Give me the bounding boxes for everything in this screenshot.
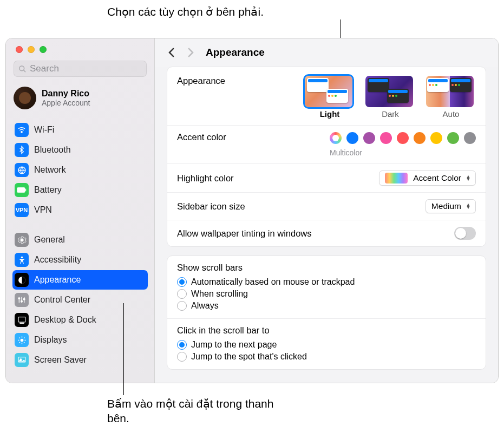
sidebar-item-desktop-dock[interactable]: Desktop & Dock [12, 310, 148, 330]
sidebar-item-label: Accessibility [34, 255, 81, 265]
wifi-icon [15, 123, 29, 137]
theme-label: Light [305, 109, 355, 119]
svg-line-25 [24, 337, 24, 338]
accent-graphite[interactable] [464, 132, 476, 144]
sidebar-item-control-center[interactable]: Control Center [12, 290, 148, 310]
accent-orange[interactable] [414, 132, 426, 144]
gear-icon [15, 233, 29, 247]
back-button[interactable] [166, 48, 178, 57]
svg-rect-15 [18, 317, 25, 322]
theme-light[interactable]: Light [305, 76, 355, 119]
access-icon [15, 253, 29, 267]
sidebar-item-battery[interactable]: Battery [12, 180, 148, 200]
radio-label: Jump to the next page [191, 340, 277, 350]
network-icon [15, 163, 29, 177]
sidebar-item-displays[interactable]: Displays [12, 330, 148, 350]
theme-label: Dark [365, 109, 415, 119]
tinting-toggle[interactable] [454, 227, 476, 240]
sidebar-item-label: Desktop & Dock [34, 315, 96, 325]
vpn-icon: VPN [15, 203, 29, 217]
account-row[interactable]: Danny Rico Apple Account [6, 82, 154, 117]
sidebar-item-general[interactable]: General [12, 230, 148, 250]
sidebar-item-network[interactable]: Network [12, 160, 148, 180]
annotation-line [123, 303, 124, 395]
close-button[interactable] [16, 46, 23, 53]
highlight-select[interactable]: Accent Color ▲▼ [379, 171, 476, 186]
search-input[interactable]: Search [14, 61, 147, 77]
svg-point-7 [21, 256, 23, 258]
avatar [14, 87, 36, 109]
scrollbars-option[interactable]: Automatically based on mouse or trackpad [177, 276, 476, 288]
svg-rect-16 [19, 322, 24, 323]
sidebar-list: Wi-FiBluetoothNetworkBatteryVPNVPNGenera… [6, 117, 154, 383]
accent-multicolor[interactable] [330, 132, 342, 144]
sidebar-item-label: General [34, 235, 65, 245]
appear-icon [15, 273, 29, 287]
window-controls [6, 38, 154, 58]
zoom-button[interactable] [40, 46, 47, 53]
displays-icon [15, 333, 29, 347]
search-icon [18, 65, 27, 73]
scrollbars-option[interactable]: When scrolling [177, 288, 476, 300]
annotation-bottom: Bấm vào một cài đặt trong thanh bên. [107, 396, 297, 426]
scrollbars-option[interactable]: Always [177, 300, 476, 312]
accent-pink[interactable] [380, 132, 392, 144]
screensv-icon [15, 353, 29, 367]
forward-button[interactable] [184, 48, 196, 57]
highlight-label: Highlight color [177, 173, 368, 184]
dock-icon [15, 313, 29, 327]
sidebar-item-label: VPN [34, 205, 52, 215]
radio-icon [177, 277, 187, 287]
appearance-options: LightDarkAuto [305, 76, 476, 119]
click-scroll-label: Click in the scroll bar to [177, 325, 476, 336]
accent-green[interactable] [447, 132, 459, 144]
accent-yellow[interactable] [430, 132, 442, 144]
sidebar-item-wi-fi[interactable]: Wi-Fi [12, 120, 148, 140]
sidebar-item-vpn[interactable]: VPNVPN [12, 200, 148, 220]
svg-point-12 [18, 298, 20, 299]
svg-line-24 [19, 342, 19, 343]
click-scroll-option[interactable]: Jump to the spot that's clicked [177, 351, 476, 363]
svg-point-6 [21, 239, 23, 241]
sidebar-item-label: Wi-Fi [34, 125, 54, 135]
account-sub: Apple Account [42, 99, 90, 107]
radio-icon [177, 289, 187, 299]
svg-line-22 [19, 337, 19, 338]
sidebar-item-label: Appearance [34, 275, 81, 285]
sidebar-item-screen-saver[interactable]: Screen Saver [12, 350, 148, 370]
sidebar-item-label: Network [34, 165, 66, 175]
sidebar-item-bluetooth[interactable]: Bluetooth [12, 140, 148, 160]
sidebar-item-label: Battery [34, 185, 62, 195]
svg-rect-4 [17, 188, 25, 193]
settings-window: Search Danny Rico Apple Account Wi-FiBlu… [5, 38, 499, 383]
radio-label: When scrolling [191, 289, 248, 299]
radio-icon [177, 352, 187, 362]
svg-line-23 [24, 342, 24, 343]
highlight-swatch [385, 173, 408, 184]
radio-icon [177, 301, 187, 311]
theme-thumb [365, 76, 413, 107]
sidebar-item-accessibility[interactable]: Accessibility [12, 250, 148, 270]
scroll-panel: Show scroll bars Automatically based on … [167, 255, 486, 370]
scrollbars-label: Show scroll bars [177, 263, 476, 273]
sidebar-item-label: Bluetooth [34, 145, 71, 155]
svg-line-1 [23, 70, 25, 72]
theme-dark[interactable]: Dark [365, 76, 415, 119]
sidebar-size-select[interactable]: Medium ▲▼ [426, 199, 476, 213]
click-scroll-option[interactable]: Jump to the next page [177, 339, 476, 351]
theme-thumb [426, 76, 474, 107]
radio-label: Jump to the spot that's clicked [191, 352, 307, 362]
sidebar-item-label: Screen Saver [34, 355, 87, 365]
accent-blue[interactable] [346, 132, 358, 144]
accent-sub: Multicolor [330, 148, 476, 157]
minimize-button[interactable] [28, 46, 35, 53]
sidebar: Search Danny Rico Apple Account Wi-FiBlu… [6, 38, 155, 383]
content-header: Appearance [155, 38, 498, 67]
svg-point-14 [23, 298, 25, 300]
sidebar-item-appearance[interactable]: Appearance [12, 270, 148, 290]
sidebar-item-label: Displays [34, 335, 67, 345]
theme-auto[interactable]: Auto [426, 76, 476, 119]
accent-purple[interactable] [363, 132, 375, 144]
accent-red[interactable] [397, 132, 409, 144]
sidebar-size-label: Sidebar icon size [177, 201, 415, 212]
